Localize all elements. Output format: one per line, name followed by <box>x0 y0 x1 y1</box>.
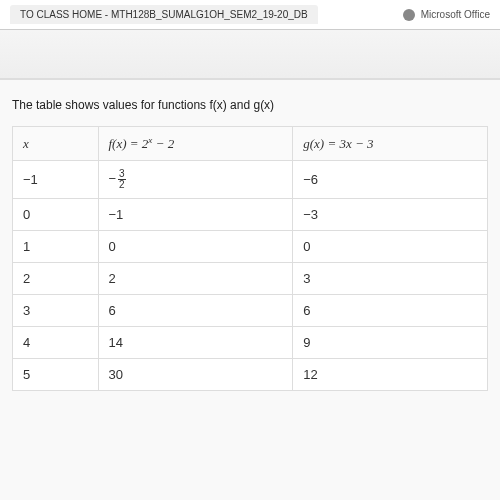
browser-tab[interactable]: TO CLASS HOME - MTH128B_SUMALG1OH_SEM2_1… <box>10 5 318 24</box>
cell-x: 4 <box>13 327 99 359</box>
cell-x: 5 <box>13 359 99 391</box>
content-area: The table shows values for functions f(x… <box>0 30 500 500</box>
cell-g: −6 <box>293 161 488 199</box>
cell-g: 3 <box>293 263 488 295</box>
table-row: 100 <box>13 231 488 263</box>
header-band <box>0 30 500 80</box>
cell-f: 2 <box>98 263 293 295</box>
cell-x: 0 <box>13 199 99 231</box>
cell-f: 6 <box>98 295 293 327</box>
header-x: x <box>13 127 99 161</box>
cell-f: 0 <box>98 231 293 263</box>
browser-chrome: TO CLASS HOME - MTH128B_SUMALG1OH_SEM2_1… <box>0 0 500 30</box>
values-table: x f(x) = 2x − 2 g(x) = 3x − 3 −1−32−60−1… <box>12 126 488 391</box>
cell-f: −32 <box>98 161 293 199</box>
cell-f: 30 <box>98 359 293 391</box>
cell-f: −1 <box>98 199 293 231</box>
table-body: −1−32−60−1−3100223366414953012 <box>13 161 488 391</box>
cell-x: 3 <box>13 295 99 327</box>
table-row: 53012 <box>13 359 488 391</box>
cell-x: −1 <box>13 161 99 199</box>
question-area: The table shows values for functions f(x… <box>0 80 500 500</box>
cell-g: 9 <box>293 327 488 359</box>
table-row: −1−32−6 <box>13 161 488 199</box>
browser-top-right: Microsoft Office <box>403 9 490 21</box>
question-prompt: The table shows values for functions f(x… <box>12 98 488 112</box>
table-row: 4149 <box>13 327 488 359</box>
cell-x: 2 <box>13 263 99 295</box>
cell-g: −3 <box>293 199 488 231</box>
header-g: g(x) = 3x − 3 <box>293 127 488 161</box>
app-icon <box>403 9 415 21</box>
cell-f: 14 <box>98 327 293 359</box>
table-row: 366 <box>13 295 488 327</box>
cell-g: 12 <box>293 359 488 391</box>
table-row: 223 <box>13 263 488 295</box>
cell-g: 6 <box>293 295 488 327</box>
cell-x: 1 <box>13 231 99 263</box>
header-f: f(x) = 2x − 2 <box>98 127 293 161</box>
cell-g: 0 <box>293 231 488 263</box>
office-label: Microsoft Office <box>421 9 490 20</box>
tab-title-text: TO CLASS HOME - MTH128B_SUMALG1OH_SEM2_1… <box>20 9 308 20</box>
table-header-row: x f(x) = 2x − 2 g(x) = 3x − 3 <box>13 127 488 161</box>
table-row: 0−1−3 <box>13 199 488 231</box>
